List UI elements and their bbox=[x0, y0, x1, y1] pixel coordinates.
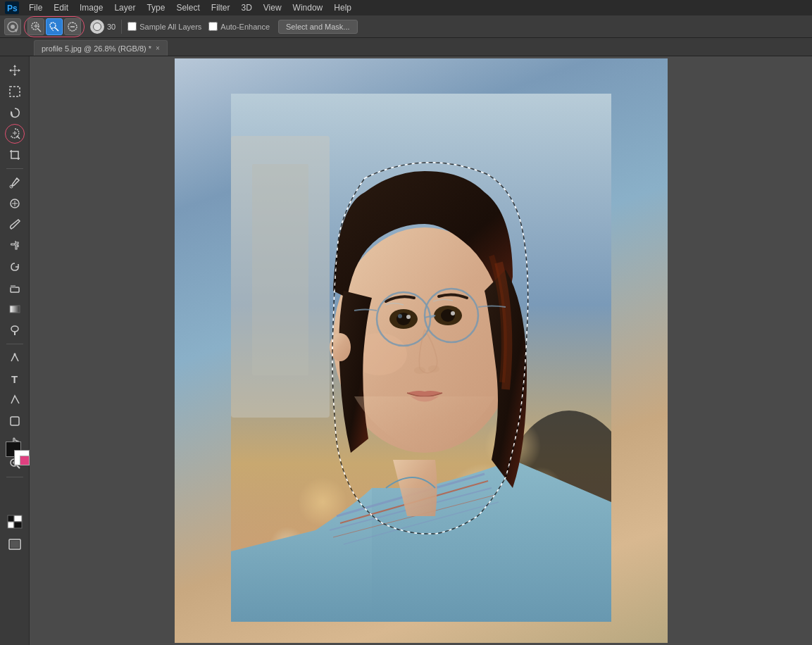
move-tool-btn[interactable] bbox=[5, 61, 25, 80]
tool-preset-picker[interactable]: ▼ bbox=[4, 18, 21, 35]
menu-layer[interactable]: Layer bbox=[109, 1, 140, 14]
canvas-area: .selection-ant { fill: none; stroke: whi… bbox=[30, 56, 812, 645]
svg-rect-39 bbox=[252, 164, 308, 375]
menu-3d[interactable]: 3D bbox=[236, 1, 256, 14]
menu-edit[interactable]: Edit bbox=[49, 1, 73, 14]
brush-size-value: 30 bbox=[107, 23, 115, 31]
sample-all-layers-checkbox[interactable] bbox=[127, 22, 137, 31]
svg-rect-32 bbox=[14, 515, 22, 522]
svg-line-5 bbox=[38, 29, 41, 32]
tab-close-btn[interactable]: × bbox=[156, 44, 160, 52]
screen-mode-btn[interactable] bbox=[5, 534, 25, 554]
svg-point-23 bbox=[11, 326, 18, 332]
left-toolbar: T bbox=[0, 56, 30, 645]
healing-brush-tool-btn[interactable] bbox=[5, 194, 25, 213]
svg-point-25 bbox=[13, 353, 15, 356]
lasso-tool-btn[interactable] bbox=[5, 103, 25, 123]
gradient-tool-btn[interactable] bbox=[5, 299, 25, 319]
tab-bar: profile 5.jpg @ 26.8% (RGB/8) * × bbox=[0, 38, 812, 56]
toolbar-separator-3 bbox=[6, 477, 23, 477]
svg-line-28 bbox=[17, 465, 20, 468]
photo-container: .selection-ant { fill: none; stroke: whi… bbox=[175, 58, 668, 643]
dodge-tool-btn[interactable] bbox=[5, 320, 25, 340]
eyedropper-tool-btn[interactable] bbox=[5, 173, 25, 192]
svg-point-51 bbox=[406, 315, 411, 319]
accent-color-swatch[interactable] bbox=[20, 456, 30, 465]
svg-rect-34 bbox=[14, 522, 22, 528]
eraser-tool-btn[interactable] bbox=[5, 278, 25, 298]
toolbar-separator-2 bbox=[6, 344, 23, 344]
menu-select[interactable]: Select bbox=[171, 1, 204, 14]
menu-image[interactable]: Image bbox=[75, 1, 108, 14]
svg-point-8 bbox=[50, 23, 56, 28]
menu-bar: Ps File Edit Image Layer Type Select Fil… bbox=[0, 0, 812, 15]
svg-rect-22 bbox=[10, 306, 20, 313]
clone-stamp-tool-btn[interactable] bbox=[5, 236, 25, 256]
brush-tool-btn[interactable] bbox=[5, 215, 25, 234]
svg-point-57 bbox=[414, 367, 425, 374]
tab-filename: profile 5.jpg @ 26.8% (RGB/8) * bbox=[42, 44, 151, 53]
toolbar-separator-1 bbox=[6, 168, 23, 169]
svg-rect-31 bbox=[8, 515, 14, 522]
svg-line-9 bbox=[55, 27, 58, 31]
menu-file[interactable]: File bbox=[24, 1, 47, 14]
quick-mask-btn[interactable] bbox=[5, 512, 25, 532]
ps-logo: Ps bbox=[4, 1, 20, 14]
menu-view[interactable]: View bbox=[258, 1, 287, 14]
color-swatches[interactable] bbox=[6, 442, 30, 465]
tool-group-circle bbox=[24, 16, 85, 37]
svg-line-13 bbox=[17, 136, 20, 139]
svg-rect-11 bbox=[10, 87, 20, 96]
menu-type[interactable]: Type bbox=[142, 1, 170, 14]
rectangular-marquee-tool-btn[interactable] bbox=[5, 82, 25, 101]
quick-selection-tool-btn[interactable] bbox=[5, 124, 25, 144]
history-brush-tool-btn[interactable] bbox=[5, 257, 25, 277]
pen-tool-btn[interactable] bbox=[5, 348, 25, 368]
svg-point-50 bbox=[398, 314, 402, 318]
svg-rect-21 bbox=[11, 285, 15, 288]
svg-rect-20 bbox=[11, 287, 19, 292]
quick-selection-option-btn[interactable] bbox=[27, 18, 44, 35]
sample-all-layers-label[interactable]: Sample All Layers bbox=[127, 22, 201, 31]
options-divider-1 bbox=[121, 20, 122, 34]
svg-rect-36 bbox=[11, 541, 19, 548]
document-tab[interactable]: profile 5.jpg @ 26.8% (RGB/8) * × bbox=[34, 40, 168, 56]
svg-text:Ps: Ps bbox=[7, 4, 18, 13]
svg-rect-26 bbox=[11, 417, 19, 425]
options-bar: ▼ bbox=[0, 15, 812, 38]
menu-window[interactable]: Window bbox=[288, 1, 328, 14]
menu-filter[interactable]: Filter bbox=[206, 1, 235, 14]
shape-tool-btn[interactable] bbox=[5, 411, 25, 431]
path-selection-tool-btn[interactable] bbox=[5, 390, 25, 410]
refine-edge-brush-option-btn[interactable] bbox=[46, 18, 63, 35]
brush-preview[interactable] bbox=[90, 20, 104, 34]
auto-enhance-checkbox[interactable] bbox=[208, 22, 218, 31]
menu-help[interactable]: Help bbox=[329, 1, 356, 14]
auto-enhance-label[interactable]: Auto-Enhance bbox=[208, 22, 270, 31]
select-and-mask-button[interactable]: Select and Mask... bbox=[278, 20, 358, 34]
brush-size-container: 30 bbox=[90, 20, 115, 34]
svg-point-54 bbox=[451, 311, 455, 315]
type-tool-btn[interactable]: T bbox=[5, 369, 25, 389]
svg-point-58 bbox=[428, 365, 439, 372]
svg-rect-33 bbox=[8, 522, 14, 528]
portrait-svg: .selection-ant { fill: none; stroke: whi… bbox=[231, 94, 611, 622]
crop-tool-btn[interactable] bbox=[5, 145, 25, 165]
lasso-subtract-option-btn[interactable] bbox=[64, 18, 81, 35]
